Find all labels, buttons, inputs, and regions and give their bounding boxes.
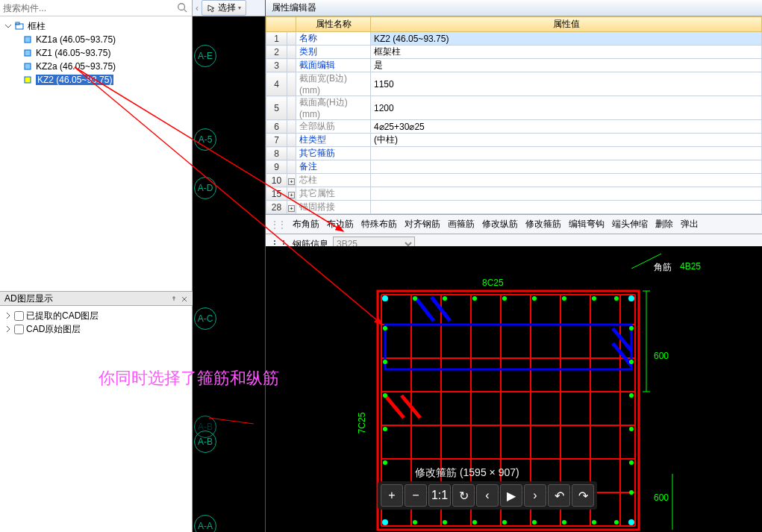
- search-input[interactable]: [3, 3, 177, 13]
- property-row[interactable]: 8 其它箍筋: [266, 147, 762, 160]
- row-number: 28: [266, 201, 287, 214]
- axis-label: A-E: [194, 45, 216, 67]
- row-number: 8: [266, 147, 287, 160]
- property-value[interactable]: 4⌀25+30⌀25: [371, 120, 762, 134]
- property-row[interactable]: 7 柱类型 (中柱): [266, 134, 762, 147]
- toolbar-button[interactable]: 画箍筋: [448, 219, 475, 229]
- property-row[interactable]: 5 截面高(H边)(mm) 1200: [266, 96, 762, 120]
- property-value[interactable]: 1200: [371, 96, 762, 120]
- svg-point-62: [629, 393, 634, 398]
- property-value[interactable]: KZ2 (46.05~93.75): [371, 32, 762, 46]
- expand-cell: [287, 120, 296, 134]
- property-value[interactable]: [371, 201, 762, 214]
- property-value[interactable]: [371, 187, 762, 201]
- property-row[interactable]: 2 类别 框架柱: [266, 46, 762, 59]
- property-value[interactable]: 是: [371, 59, 762, 72]
- toolbar-button[interactable]: 编辑弯钩: [569, 219, 605, 229]
- play-button[interactable]: ▶: [500, 484, 522, 507]
- property-editor-title: 属性编辑器: [266, 0, 762, 16]
- toolbar-button[interactable]: 修改箍筋: [525, 219, 561, 229]
- component-icon: [22, 61, 33, 72]
- svg-rect-6: [25, 63, 31, 69]
- cad-tree-item[interactable]: CAD原始图层: [4, 322, 188, 336]
- property-name: 其它属性: [296, 187, 371, 201]
- axis-viewport[interactable]: A-EA-5A-DA-CA-BA-BA-A: [193, 16, 265, 532]
- property-row[interactable]: 15 + 其它属性: [266, 187, 762, 201]
- prev-button[interactable]: ‹: [476, 484, 499, 507]
- cad-panel-header: AD图层显示: [0, 291, 193, 306]
- col-name: 属性名称: [296, 17, 371, 32]
- property-value[interactable]: [371, 174, 762, 187]
- property-name: 截面编辑: [296, 59, 371, 72]
- row-number: 15: [266, 187, 287, 201]
- toolbar-button[interactable]: 删除: [655, 219, 673, 229]
- toolbar-button[interactable]: 布边筋: [327, 219, 354, 229]
- tree-item[interactable]: KZ1 (46.05~93.75): [4, 46, 192, 60]
- toolbar-button[interactable]: 布角筋: [293, 219, 319, 229]
- expand-cell[interactable]: +: [287, 187, 296, 201]
- collapse-icon[interactable]: [4, 22, 12, 30]
- property-row[interactable]: 9 备注: [266, 160, 762, 174]
- tree-item[interactable]: KZ2 (46.05~93.75): [4, 73, 192, 87]
- property-table: 属性名称 属性值 1 名称 KZ2 (46.05~93.75)2 类别 框架柱3…: [266, 16, 762, 214]
- property-row[interactable]: 10 + 芯柱: [266, 174, 762, 187]
- property-row[interactable]: 3 截面编辑 是: [266, 59, 762, 72]
- tree-item[interactable]: KZ2a (46.05~93.75): [4, 60, 192, 73]
- property-value[interactable]: 框架柱: [371, 46, 762, 59]
- zoom-out-button[interactable]: −: [405, 484, 427, 507]
- svg-point-58: [383, 460, 387, 465]
- svg-point-49: [502, 520, 507, 525]
- undo-button[interactable]: ↶: [548, 484, 570, 507]
- property-name: 备注: [296, 160, 371, 174]
- left-panel: 框柱 KZ1a (46.05~93.75)KZ1 (46.05~93.75)KZ…: [0, 0, 193, 532]
- svg-rect-5: [25, 50, 31, 56]
- layer-checkbox[interactable]: [14, 325, 24, 334]
- property-value[interactable]: [371, 147, 762, 160]
- tree-item[interactable]: KZ1a (46.05~93.75): [4, 33, 192, 46]
- property-name: 全部纵筋: [296, 120, 371, 134]
- property-name: 芯柱: [296, 174, 371, 187]
- svg-point-65: [629, 490, 634, 495]
- row-number: 6: [266, 120, 287, 134]
- expand-cell[interactable]: +: [287, 174, 296, 187]
- property-row[interactable]: 1 名称 KZ2 (46.05~93.75): [266, 32, 762, 46]
- svg-point-45: [614, 296, 619, 301]
- property-row[interactable]: 4 截面宽(B边)(mm) 1150: [266, 72, 762, 96]
- toolbar-button[interactable]: 端头伸缩: [612, 219, 648, 229]
- svg-point-53: [614, 520, 619, 525]
- select-button[interactable]: 选择 ▾: [202, 0, 246, 16]
- section-canvas[interactable]: 8C25 7C25 角筋 4B25 600 600 修改箍筋 (1595 × 9…: [266, 246, 762, 532]
- property-row[interactable]: 6 全部纵筋 4⌀25+30⌀25: [266, 120, 762, 134]
- layer-checkbox[interactable]: [14, 311, 24, 321]
- toolbar-button[interactable]: 对齐钢筋: [405, 219, 440, 229]
- cad-tree-item[interactable]: 已提取的CAD图层: [4, 309, 188, 322]
- pin-icon[interactable]: [170, 295, 178, 302]
- property-value[interactable]: [371, 160, 762, 174]
- search-icon[interactable]: [177, 2, 189, 14]
- zoom-in-button[interactable]: +: [381, 484, 403, 507]
- property-row[interactable]: 28 + 锚固搭接: [266, 201, 762, 214]
- viewport-toolbar: ‹ 选择 ▾: [193, 0, 265, 16]
- toolbar-button[interactable]: 修改纵筋: [482, 219, 518, 229]
- next-button[interactable]: ›: [524, 484, 546, 507]
- svg-point-39: [443, 296, 447, 301]
- chevron-left-icon[interactable]: ‹: [196, 3, 199, 13]
- actual-size-button[interactable]: 1:1: [428, 484, 451, 507]
- svg-rect-27: [385, 325, 631, 369]
- expand-icon[interactable]: [4, 325, 12, 333]
- expand-cell[interactable]: +: [287, 201, 296, 214]
- property-value[interactable]: (中柱): [371, 134, 762, 147]
- chevron-down-icon: ▾: [238, 4, 241, 11]
- toolbar-button[interactable]: 弹出: [681, 219, 699, 229]
- expand-cell: [287, 160, 296, 174]
- rotate-button[interactable]: ↻: [452, 484, 475, 507]
- tree-root[interactable]: 框柱: [4, 19, 192, 33]
- property-value[interactable]: 1150: [371, 72, 762, 96]
- close-icon[interactable]: [181, 295, 188, 302]
- toolbar-button[interactable]: 特殊布筋: [361, 219, 397, 229]
- redo-button[interactable]: ↷: [572, 484, 594, 507]
- property-name: 截面宽(B边)(mm): [296, 72, 371, 96]
- expand-icon[interactable]: [4, 312, 12, 319]
- svg-point-47: [443, 520, 447, 525]
- svg-point-61: [629, 360, 634, 364]
